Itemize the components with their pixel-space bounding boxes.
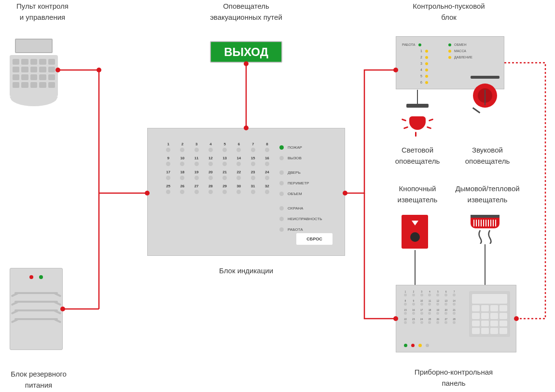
sound-notifier-icon [468, 104, 502, 138]
zone-cell: 21 [219, 170, 231, 180]
zone-cell: 4 [205, 142, 217, 152]
label-psu: Блок резервного питания [0, 369, 77, 391]
zone-cell: 25 [162, 184, 174, 194]
zone-cell: 18 [176, 170, 188, 180]
zone-cell: 27 [191, 184, 203, 194]
exit-sign-text: ВЫХОД [224, 45, 268, 59]
zone-cell: 24 [261, 170, 273, 180]
zone-cell: 12 [205, 156, 217, 166]
zone-cell: 16 [261, 156, 273, 166]
label-ind-block: Блок индикации [198, 266, 294, 277]
indication-block: 1234567891011121314151617181920212223242… [147, 128, 345, 256]
control-keypad-device [10, 39, 58, 101]
status-list: ПОЖАРВЫЗОВДВЕРЬПЕРИМЕТРОБЪЕМОХРАНАНЕИСПР… [279, 142, 333, 235]
panel-status-leds [404, 344, 429, 347]
label-ctrl-block: Контрольно-пусковой блок [386, 1, 512, 23]
status-row: ДВЕРЬ [279, 167, 333, 178]
zone-cell: 9 [162, 156, 174, 166]
ctrl-work-label: РАБОТА [402, 43, 416, 46]
keypad-body [10, 55, 58, 97]
zone-cell: 10 [176, 156, 188, 166]
status-row: ПЕРИМЕТР [279, 178, 333, 188]
label-keypad: Пульт контроля и управления [4, 1, 81, 23]
backup-power-supply [10, 268, 63, 350]
smoke-heat-detector-icon [471, 215, 500, 249]
svg-point-1 [97, 68, 101, 72]
zone-cell: 2 [176, 142, 188, 152]
zone-cell: 29 [219, 184, 231, 194]
zone-cell: 15 [247, 156, 259, 166]
zone-cell: 7 [247, 142, 259, 152]
status-row: НЕИСПРАВНОСТЬ [279, 213, 333, 224]
status-row: ВЫЗОВ [279, 153, 333, 163]
panel-keypad [469, 291, 510, 337]
label-exit-sign: Оповещатель эвакуационных путей [198, 1, 294, 23]
zone-cell: 23 [247, 170, 259, 180]
zone-cell: 13 [219, 156, 231, 166]
zone-cell: 17 [162, 170, 174, 180]
reset-button[interactable]: СБРОС [296, 233, 333, 245]
status-row: ОХРАНА [279, 203, 333, 213]
zone-cell: 30 [233, 184, 245, 194]
zone-cell: 20 [205, 170, 217, 180]
label-call-point: Кнопочный извещатель [381, 183, 454, 205]
label-sound-notif: Звуковой оповещатель [451, 145, 524, 167]
light-notifier-icon [401, 104, 434, 138]
psu-led-green [39, 275, 43, 279]
zone-cell: 14 [233, 156, 245, 166]
zone-cell: 26 [176, 184, 188, 194]
zone-cell: 32 [261, 184, 273, 194]
zone-cell: 31 [247, 184, 259, 194]
label-smoke-det: Дымовой/тепловой извещатель [451, 183, 524, 205]
zone-cell: 11 [191, 156, 203, 166]
control-panel: 1234567891011121314151617181920212223242… [396, 285, 516, 352]
zone-cell: 3 [191, 142, 203, 152]
zone-cell: 28 [205, 184, 217, 194]
keypad-screen [15, 39, 53, 53]
zone-cell: 8 [261, 142, 273, 152]
label-light-notif: Световой оповещатель [381, 145, 454, 167]
label-panel: Приборно-контрольная панель [386, 367, 521, 389]
zone-cell: 1 [162, 142, 174, 152]
zone-cell: 6 [233, 142, 245, 152]
zone-cell: 5 [219, 142, 231, 152]
psu-led-red [29, 275, 33, 279]
zone-cell: 22 [233, 170, 245, 180]
zone-cell: 19 [191, 170, 203, 180]
zone-grid: 1234567891011121314151617181920212223242… [162, 142, 273, 194]
panel-zone-grid: 1234567891011121314151617181920212223242… [402, 290, 458, 324]
led-work [418, 43, 421, 46]
status-row: ОБЪЕМ [279, 188, 333, 199]
manual-call-point-icon [402, 215, 428, 249]
control-launch-block: РАБОТА 1 2 3 4 5 6 ОБМЕН МАССА ДАВЛЕНИЕ [396, 36, 504, 89]
exit-sign: ВЫХОД [210, 41, 282, 63]
status-row: ПОЖАР [279, 142, 333, 153]
